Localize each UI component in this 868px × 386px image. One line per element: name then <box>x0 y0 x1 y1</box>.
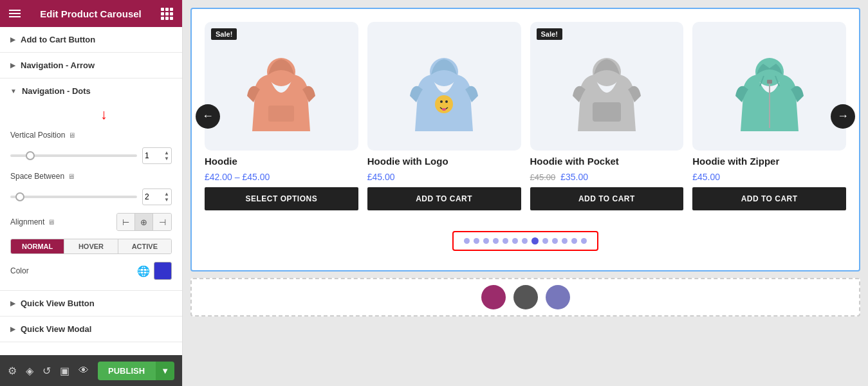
globe-icon[interactable]: 🌐 <box>137 265 150 277</box>
nav-dot-12[interactable] <box>581 238 587 244</box>
section-nav-dots: Navigation - Dots ↓ Vertical Position 🖥 … <box>0 78 182 291</box>
nav-dot-9[interactable] <box>552 238 558 244</box>
product-price-1: £42.00 – £45.00 <box>205 172 358 182</box>
state-tab-hover[interactable]: HOVER <box>64 239 118 253</box>
space-between-slider-track[interactable] <box>10 196 137 198</box>
nav-arrow-left[interactable]: ← <box>196 104 220 129</box>
space-between-control: 2 ▲▼ <box>10 188 172 205</box>
align-center-btn[interactable]: ⊕ <box>135 214 153 230</box>
section-quick-view-btn-label: Quick View Button <box>21 299 95 308</box>
product-name-2: Hoodie with Logo <box>367 156 521 167</box>
nav-dot-8[interactable] <box>542 238 548 244</box>
sidebar-footer: ⚙ ◈ ↺ ▣ 👁 PUBLISH ▼ <box>0 355 182 386</box>
section-nav-arrow-icon <box>10 62 15 69</box>
avatar-2 <box>513 285 538 309</box>
section-nav-dots-label: Navigation - Dots <box>22 86 91 96</box>
hamburger-icon[interactable] <box>9 10 21 17</box>
grid-icon[interactable] <box>161 8 173 20</box>
svg-rect-11 <box>767 80 772 84</box>
add-to-cart-btn-4[interactable]: ADD TO CART <box>692 187 846 210</box>
original-price-3: £45.00 <box>530 172 556 182</box>
history-icon[interactable]: ▣ <box>60 365 69 377</box>
nav-dot-6[interactable] <box>522 238 528 244</box>
nav-dots-container <box>452 231 598 251</box>
settings-icon[interactable]: ⚙ <box>8 365 17 377</box>
product-name-3: Hoodie with Pocket <box>530 156 684 167</box>
publish-btn-group: PUBLISH ▼ <box>98 362 174 380</box>
vertical-position-label: Vertical Position 🖥 <box>10 131 75 140</box>
product-image-box-2 <box>367 22 521 151</box>
svg-rect-1 <box>268 106 294 122</box>
sale-price-3: £35.00 <box>560 172 588 182</box>
vertical-position-slider-thumb[interactable] <box>26 151 35 160</box>
sidebar-title: Edit Product Carousel <box>40 8 142 19</box>
nav-dot-5[interactable] <box>512 238 518 244</box>
product-card-4: Hoodie with Zipper £45.00 ADD TO CART <box>692 22 846 210</box>
undo-icon[interactable]: ↺ <box>42 365 51 377</box>
monitor-icon-al: 🖥 <box>48 218 55 226</box>
section-quick-view-modal-label: Quick View Modal <box>21 324 91 334</box>
sale-badge-3: Sale! <box>537 28 562 40</box>
nav-dot-2[interactable] <box>483 238 489 244</box>
product-name-1: Hoodie <box>205 156 358 167</box>
avatar-3 <box>546 285 570 309</box>
svg-rect-8 <box>593 102 621 122</box>
vertical-position-slider-track[interactable] <box>10 154 137 157</box>
section-quick-view-modal: Quick View Modal <box>0 317 182 342</box>
footer-icons: ⚙ ◈ ↺ ▣ 👁 <box>8 365 89 377</box>
vertical-position-input[interactable]: 1 ▲▼ <box>142 147 172 164</box>
carousel-inner: ← Sale! Ho <box>205 22 846 210</box>
section-quick-view-modal-arrow <box>10 326 15 333</box>
product-card-3: Sale! Hoodie with Pocket £45.00 £35.00 <box>530 22 684 210</box>
vertical-position-row: Vertical Position 🖥 <box>10 131 172 140</box>
section-add-to-cart: Add to Cart Button <box>0 27 182 53</box>
main-canvas: ← Sale! Ho <box>183 0 868 386</box>
section-quick-view-btn: Quick View Button <box>0 291 182 317</box>
sale-badge-1: Sale! <box>211 28 237 40</box>
nav-dot-10[interactable] <box>562 238 568 244</box>
nav-dot-11[interactable] <box>571 238 577 244</box>
sidebar-header: Edit Product Carousel <box>0 0 182 27</box>
product-image-box-1: Sale! <box>205 22 358 151</box>
color-swatch[interactable] <box>154 262 172 280</box>
section-nav-arrow: Navigation - Arrow <box>0 53 182 78</box>
red-arrow-indicator: ↓ <box>100 106 172 123</box>
publish-button[interactable]: PUBLISH <box>98 362 155 380</box>
space-between-slider-thumb[interactable] <box>15 192 24 201</box>
select-options-btn-1[interactable]: SELECT OPTIONS <box>205 187 358 210</box>
svg-point-5 <box>445 100 448 103</box>
monitor-icon-sb: 🖥 <box>68 172 75 180</box>
product-price-2: £45.00 <box>367 172 521 182</box>
nav-dot-4[interactable] <box>503 238 508 244</box>
product-carousel: ← Sale! Ho <box>190 8 860 271</box>
space-between-row: Space Between 🖥 <box>10 172 172 181</box>
section-add-to-cart-header[interactable]: Add to Cart Button <box>0 27 182 52</box>
space-between-label: Space Between 🖥 <box>10 172 75 181</box>
product-name-4: Hoodie with Zipper <box>692 156 846 167</box>
product-card-2: Hoodie with Logo £45.00 ADD TO CART <box>367 22 521 210</box>
section-quick-view-btn-header[interactable]: Quick View Button <box>0 291 182 316</box>
section-quick-view-modal-header[interactable]: Quick View Modal <box>0 317 182 342</box>
alignment-buttons: ⊢ ⊕ ⊣ <box>116 213 172 231</box>
add-to-cart-btn-2[interactable]: ADD TO CART <box>367 187 521 210</box>
state-tab-active[interactable]: ACTIVE <box>118 239 171 253</box>
section-nav-dots-header[interactable]: Navigation - Dots <box>0 78 182 104</box>
nav-dot-3[interactable] <box>493 238 499 244</box>
publish-dropdown-button[interactable]: ▼ <box>155 362 174 380</box>
space-between-input[interactable]: 2 ▲▼ <box>142 188 172 205</box>
eye-icon[interactable]: 👁 <box>78 365 89 377</box>
add-to-cart-btn-3[interactable]: ADD TO CART <box>530 187 684 210</box>
section-nav-dots-arrow <box>10 87 17 95</box>
nav-arrow-right[interactable]: → <box>831 104 855 129</box>
product-card-1: Sale! Hoodie £42.00 – £45.00 <box>205 22 358 210</box>
state-tab-normal[interactable]: NORMAL <box>11 239 64 253</box>
nav-dot-1[interactable] <box>474 238 479 244</box>
align-left-btn[interactable]: ⊢ <box>117 214 135 230</box>
section-nav-arrow-header[interactable]: Navigation - Arrow <box>0 53 182 78</box>
align-right-btn[interactable]: ⊣ <box>153 214 171 230</box>
section-add-to-cart-label: Add to Cart Button <box>21 35 95 44</box>
color-row: Color 🌐 <box>10 262 172 280</box>
nav-dot-0[interactable] <box>464 238 470 244</box>
layers-icon[interactable]: ◈ <box>26 365 33 377</box>
nav-dot-7[interactable] <box>531 237 539 244</box>
